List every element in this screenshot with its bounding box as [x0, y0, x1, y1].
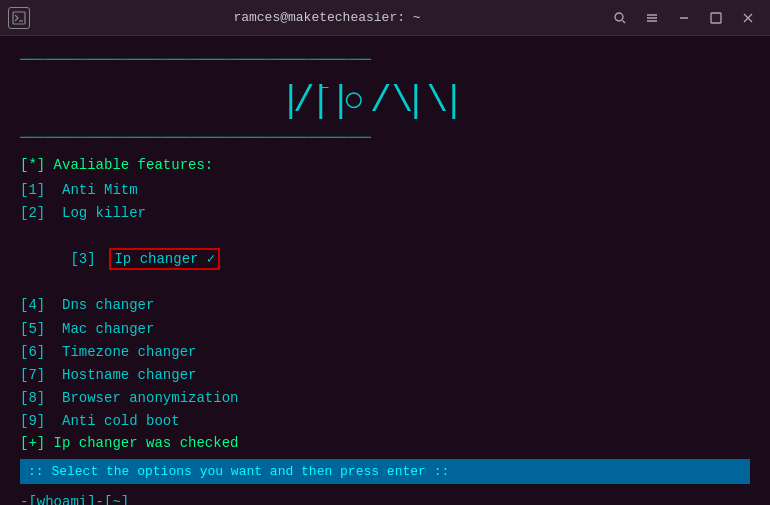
window-controls	[606, 7, 762, 29]
search-button[interactable]	[606, 7, 634, 29]
menu-item-3-highlighted: Ip changer ✓	[112, 251, 217, 267]
menu-item-3-bracket-open: [3]	[70, 251, 112, 267]
svg-text:○: ○	[343, 81, 365, 122]
menu-item-4: [4] Dns changer	[20, 294, 750, 317]
minimize-button[interactable]	[670, 7, 698, 29]
features-header: [*] Avaliable features:	[20, 157, 750, 173]
titlebar-left	[8, 7, 48, 29]
select-prompt: :: Select the options you want and then …	[20, 459, 750, 484]
menu-item-9: [9] Anti cold boot	[20, 410, 750, 433]
svg-text:|\: |\	[405, 81, 448, 122]
close-button[interactable]	[734, 7, 762, 29]
shell-prompt: -[whoami]-[~] └─ $	[20, 494, 750, 505]
menu-button[interactable]	[638, 7, 666, 29]
terminal-body: ────────────────────────────────────────…	[0, 36, 770, 505]
ascii-art: ────────────────────────────────────────…	[20, 52, 750, 145]
checked-notice: [+] Ip changer was checked	[20, 435, 750, 451]
svg-rect-2	[711, 13, 721, 23]
whoami-logo: | / | — | ○ /\ |\ |	[275, 71, 495, 126]
ascii-separator-top: ────────────────────────────────────────…	[20, 52, 750, 67]
svg-text:—: —	[319, 79, 329, 95]
maximize-button[interactable]	[702, 7, 730, 29]
menu-item-6: [6] Timezone changer	[20, 341, 750, 364]
ascii-separator-bottom: ────────────────────────────────────────…	[20, 130, 750, 145]
app-icon	[8, 7, 30, 29]
menu-item-8: [8] Browser anonymization	[20, 387, 750, 410]
menu-item-1: [1] Anti Mitm	[20, 179, 750, 202]
svg-point-1	[615, 13, 623, 21]
shell-line1: -[whoami]-[~]	[20, 494, 750, 505]
menu-item-5: [5] Mac changer	[20, 318, 750, 341]
svg-rect-0	[13, 12, 25, 24]
svg-text:|: |	[443, 81, 465, 122]
titlebar: ramces@maketecheasier: ~	[0, 0, 770, 36]
menu-item-3-container: [3] Ip changer ✓	[20, 225, 750, 294]
menu-item-7: [7] Hostname changer	[20, 364, 750, 387]
menu-item-2: [2] Log killer	[20, 202, 750, 225]
window-title: ramces@maketecheasier: ~	[48, 10, 606, 25]
menu-section: [1] Anti Mitm [2] Log killer [3] Ip chan…	[20, 179, 750, 451]
